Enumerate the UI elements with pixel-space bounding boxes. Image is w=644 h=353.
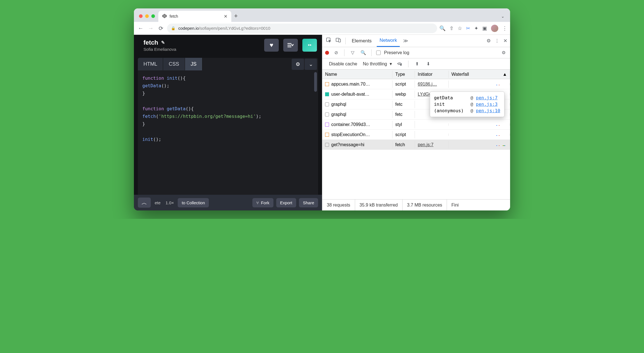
back-button[interactable]: ← bbox=[137, 25, 145, 31]
scissors-icon[interactable]: ✂ bbox=[466, 25, 470, 31]
stack-link[interactable]: pen.js:10 bbox=[476, 108, 500, 113]
table-row[interactable]: container.7099d3…styl bbox=[322, 120, 510, 130]
footer-zoom[interactable]: 1.0× bbox=[165, 200, 175, 205]
devtools-menu-icon[interactable]: ⋮ bbox=[495, 38, 499, 44]
tab-strip: fetch ✕ + ⌄ bbox=[134, 8, 510, 22]
col-name[interactable]: Name bbox=[322, 71, 392, 78]
url-input[interactable]: 🔒 codepen.io/sofiayem/pen/LYdGvLg?editor… bbox=[167, 24, 437, 33]
request-name: get?message=hi bbox=[331, 142, 364, 147]
upload-har-icon[interactable]: ⬆ bbox=[414, 61, 421, 67]
url-host: codepen.io bbox=[178, 26, 199, 31]
bookmark-icon[interactable]: ☆ bbox=[458, 25, 462, 31]
new-tab-button[interactable]: + bbox=[234, 12, 238, 22]
search-icon[interactable]: 🔍 bbox=[360, 50, 367, 55]
stack-fn: init bbox=[434, 102, 468, 107]
editor-tabs: HTML CSS JS ⚙ ⌄ bbox=[138, 58, 318, 70]
codepen-favicon-icon bbox=[162, 14, 167, 19]
filter-icon[interactable]: ▽ bbox=[349, 50, 356, 55]
request-type: script bbox=[392, 131, 415, 138]
record-button[interactable] bbox=[325, 51, 329, 55]
url-path: /sofiayem/pen/LYdGvLg?editors=0010 bbox=[199, 26, 270, 31]
network-settings-icon[interactable]: ⚙ bbox=[500, 50, 507, 55]
extensions-icon[interactable]: ✦ bbox=[474, 25, 478, 31]
scrollbar[interactable] bbox=[314, 72, 317, 92]
editor-collapse-icon[interactable]: ⌄ bbox=[305, 59, 317, 70]
tab-network[interactable]: Network bbox=[377, 35, 400, 47]
view-mode-button[interactable] bbox=[283, 39, 298, 52]
waterfall-cell bbox=[449, 123, 510, 126]
waterfall-cell bbox=[449, 134, 510, 136]
status-requests: 38 requests bbox=[322, 200, 355, 210]
preserve-log-label: Preserve log bbox=[384, 50, 409, 55]
tab-elements[interactable]: Elements bbox=[349, 35, 374, 47]
request-type: fetc bbox=[392, 111, 415, 118]
codepen-footer: ︿ ete 1.0× to Collection ⑂Fork Export Sh… bbox=[134, 195, 322, 210]
share-icon[interactable]: ⇧ bbox=[449, 25, 454, 31]
col-waterfall[interactable]: Waterfall▲ bbox=[449, 71, 510, 78]
tab-title: fetch bbox=[170, 14, 221, 19]
reload-button[interactable]: ⟳ bbox=[157, 25, 165, 32]
stack-link[interactable]: pen.js:3 bbox=[476, 102, 497, 107]
initiator-link[interactable]: 69186.j… bbox=[418, 82, 437, 86]
throttling-select[interactable]: No throttling ▾ bbox=[363, 61, 392, 67]
clear-button[interactable]: ⊘ bbox=[332, 50, 340, 55]
tab-js[interactable]: JS bbox=[185, 58, 202, 70]
network-toolbar: ⊘ ▽ 🔍 Preserve log ⚙ bbox=[322, 47, 510, 58]
table-row[interactable]: appcues.main.70…script69186.j… bbox=[322, 79, 510, 89]
devtools-panel: Elements Network ≫ ⚙ ⋮ ✕ ⊘ ▽ 🔍 Preserve … bbox=[322, 35, 510, 210]
codepen-panel: fetch ✎ Sofia Emelianova ♥ •• HTML CSS J… bbox=[134, 35, 322, 210]
request-type: fetc bbox=[392, 101, 415, 108]
profile-avatar[interactable] bbox=[491, 25, 498, 32]
svg-rect-5 bbox=[339, 39, 341, 42]
share-button[interactable]: Share bbox=[299, 198, 318, 207]
tab-overflow-icon[interactable]: ⌄ bbox=[501, 14, 507, 22]
zoom-icon[interactable]: 🔍 bbox=[439, 25, 446, 31]
request-type: script bbox=[392, 81, 415, 88]
preserve-log-checkbox[interactable] bbox=[376, 51, 381, 55]
request-type: webp bbox=[392, 91, 415, 98]
browser-tab[interactable]: fetch ✕ bbox=[158, 11, 231, 22]
close-tab-icon[interactable]: ✕ bbox=[224, 14, 227, 19]
tab-html[interactable]: HTML bbox=[138, 58, 163, 70]
lock-icon: 🔒 bbox=[171, 26, 175, 30]
initiator-link[interactable]: pen.js:7 bbox=[418, 142, 433, 147]
forward-button[interactable]: → bbox=[147, 25, 155, 31]
stack-link[interactable]: pen.js:7 bbox=[476, 95, 497, 100]
request-name: stopExecutionOn… bbox=[331, 132, 370, 137]
status-resources: 3.7 MB resources bbox=[403, 200, 447, 210]
main-content: fetch ✎ Sofia Emelianova ♥ •• HTML CSS J… bbox=[134, 35, 510, 210]
toolbar-actions: 🔍 ⇧ ☆ ✂ ✦ ▣ ⋮ bbox=[439, 25, 507, 32]
table-row[interactable]: get?message=hifetchpen.js:7 bbox=[322, 140, 510, 150]
col-type[interactable]: Type bbox=[392, 71, 415, 78]
device-toggle-icon[interactable] bbox=[335, 37, 342, 44]
col-initiator[interactable]: Initiator bbox=[415, 71, 449, 78]
tab-css[interactable]: CSS bbox=[163, 58, 185, 70]
more-tabs-icon[interactable]: ≫ bbox=[402, 38, 409, 44]
menu-icon[interactable]: ⋮ bbox=[502, 25, 507, 31]
code-editor[interactable]: function init(){ getData();} function ge… bbox=[138, 70, 318, 195]
maximize-window-icon[interactable] bbox=[151, 14, 155, 18]
sidepanel-icon[interactable]: ▣ bbox=[482, 25, 487, 31]
editor-settings-icon[interactable]: ⚙ bbox=[292, 59, 304, 70]
initiator-tooltip: getData@pen.js:7init@pen.js:3(anonymous)… bbox=[430, 91, 504, 117]
request-type: styl bbox=[392, 121, 415, 128]
fork-button[interactable]: ⑂Fork bbox=[252, 198, 273, 207]
add-to-collection-button[interactable]: to Collection bbox=[178, 198, 209, 207]
like-button[interactable]: ♥ bbox=[264, 39, 279, 52]
network-status-bar: 38 requests 35.9 kB transferred 3.7 MB r… bbox=[322, 199, 510, 210]
devtools-settings-icon[interactable]: ⚙ bbox=[487, 38, 491, 44]
request-type: fetch bbox=[392, 141, 415, 148]
window-controls bbox=[137, 14, 158, 22]
minimize-window-icon[interactable] bbox=[145, 14, 149, 18]
download-har-icon[interactable]: ⬇ bbox=[425, 61, 432, 67]
close-window-icon[interactable] bbox=[139, 14, 143, 18]
devtools-close-icon[interactable]: ✕ bbox=[503, 38, 507, 44]
console-toggle-button[interactable]: ︿ bbox=[138, 198, 151, 208]
address-bar: ← → ⟳ 🔒 codepen.io/sofiayem/pen/LYdGvLg?… bbox=[134, 22, 510, 35]
export-button[interactable]: Export bbox=[276, 198, 296, 207]
inspect-element-icon[interactable] bbox=[325, 37, 332, 44]
user-avatar[interactable]: •• bbox=[302, 39, 317, 52]
network-conditions-icon[interactable] bbox=[396, 61, 403, 67]
table-row[interactable]: stopExecutionOn…script bbox=[322, 130, 510, 140]
edit-title-icon[interactable]: ✎ bbox=[161, 40, 165, 45]
